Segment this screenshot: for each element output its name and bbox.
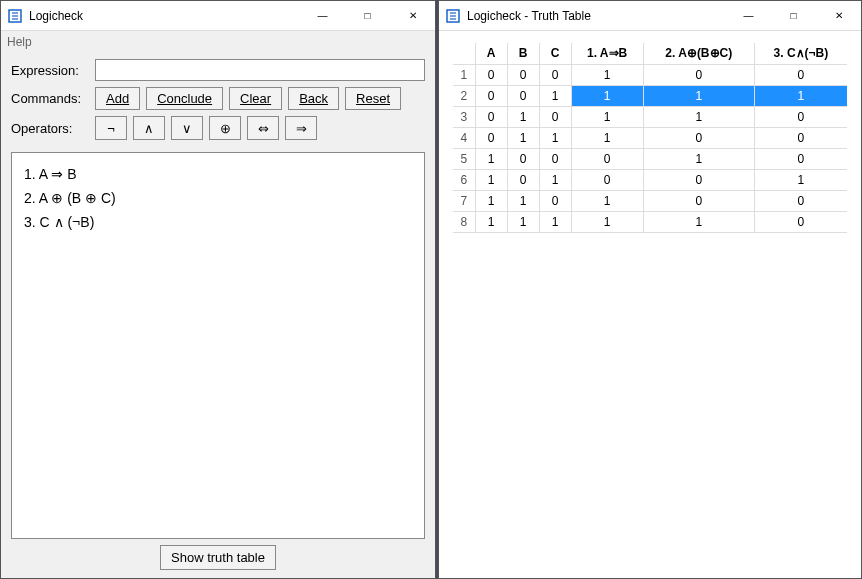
table-cell: 1	[539, 170, 571, 191]
table-cell: 0	[643, 128, 754, 149]
maximize-button[interactable]: □	[345, 1, 390, 30]
table-row[interactable]: 1000100	[453, 65, 847, 86]
minimize-button[interactable]: —	[726, 1, 771, 30]
expression-item: 2. A ⊕ (B ⊕ C)	[24, 187, 412, 211]
table-cell: 1	[507, 128, 539, 149]
table-cell: 0	[475, 128, 507, 149]
table-cell: 0	[571, 149, 643, 170]
table-header: B	[507, 43, 539, 65]
content-area: Expression: Commands: AddConcludeClearBa…	[1, 53, 435, 578]
table-cell: 1	[643, 212, 754, 233]
close-button[interactable]: ✕	[816, 1, 861, 30]
table-cell: 1	[475, 170, 507, 191]
clear-button[interactable]: Clear	[229, 87, 282, 110]
table-header: A	[475, 43, 507, 65]
row-number: 6	[453, 170, 475, 191]
table-row[interactable]: 4011100	[453, 128, 847, 149]
row-number: 4	[453, 128, 475, 149]
table-cell: 1	[643, 107, 754, 128]
table-cell: 1	[507, 212, 539, 233]
table-row[interactable]: 7110100	[453, 191, 847, 212]
table-cell: 0	[539, 65, 571, 86]
minimize-button[interactable]: —	[300, 1, 345, 30]
operator-implies-button[interactable]: ⇒	[285, 116, 317, 140]
table-cell: 1	[475, 191, 507, 212]
command-buttons: AddConcludeClearBackReset	[95, 87, 401, 110]
window-title: Logicheck	[29, 9, 300, 23]
operator-buttons: ¬∧∨⊕⇔⇒	[95, 116, 317, 140]
table-cell: 1	[475, 212, 507, 233]
table-cell: 1	[571, 86, 643, 107]
table-cell: 1	[571, 128, 643, 149]
commands-label: Commands:	[11, 91, 89, 106]
table-row[interactable]: 3010110	[453, 107, 847, 128]
truth-table-window: Logicheck - Truth Table — □ ✕ ABC1. A⇒B2…	[438, 0, 862, 579]
table-header: 2. A⊕(B⊕C)	[643, 43, 754, 65]
table-row[interactable]: 8111110	[453, 212, 847, 233]
table-cell: 1	[754, 170, 847, 191]
add-button[interactable]: Add	[95, 87, 140, 110]
back-button[interactable]: Back	[288, 87, 339, 110]
operator-not-button[interactable]: ¬	[95, 116, 127, 140]
table-cell: 0	[754, 128, 847, 149]
window-controls: — □ ✕	[726, 1, 861, 30]
operator-and-button[interactable]: ∧	[133, 116, 165, 140]
table-cell: 0	[507, 65, 539, 86]
table-cell: 1	[539, 212, 571, 233]
window-title: Logicheck - Truth Table	[467, 9, 726, 23]
table-cell: 1	[475, 149, 507, 170]
table-row[interactable]: 5100010	[453, 149, 847, 170]
close-button[interactable]: ✕	[390, 1, 435, 30]
operator-or-button[interactable]: ∨	[171, 116, 203, 140]
table-cell: 1	[507, 191, 539, 212]
operator-iff-button[interactable]: ⇔	[247, 116, 279, 140]
table-header	[453, 43, 475, 65]
table-cell: 0	[754, 149, 847, 170]
row-number: 5	[453, 149, 475, 170]
table-cell: 1	[539, 128, 571, 149]
table-header: 1. A⇒B	[571, 43, 643, 65]
operator-xor-button[interactable]: ⊕	[209, 116, 241, 140]
conclude-button[interactable]: Conclude	[146, 87, 223, 110]
table-cell: 0	[507, 86, 539, 107]
table-cell: 0	[643, 191, 754, 212]
bottom-row: Show truth table	[11, 539, 425, 570]
operators-label: Operators:	[11, 121, 89, 136]
table-cell: 1	[643, 149, 754, 170]
row-number: 1	[453, 65, 475, 86]
table-cell: 0	[475, 65, 507, 86]
table-cell: 1	[571, 65, 643, 86]
table-cell: 0	[507, 149, 539, 170]
app-icon	[445, 8, 461, 24]
titlebar: Logicheck — □ ✕	[1, 1, 435, 31]
table-cell: 0	[754, 191, 847, 212]
expression-input[interactable]	[95, 59, 425, 81]
table-cell: 0	[475, 86, 507, 107]
table-cell: 0	[571, 170, 643, 191]
table-cell: 0	[754, 212, 847, 233]
table-cell: 1	[754, 86, 847, 107]
show-truth-table-button[interactable]: Show truth table	[160, 545, 276, 570]
truth-table: ABC1. A⇒B2. A⊕(B⊕C)3. C∧(¬B)100010020011…	[453, 43, 847, 233]
table-cell: 0	[507, 170, 539, 191]
table-cell: 0	[754, 65, 847, 86]
table-cell: 1	[643, 86, 754, 107]
window-controls: — □ ✕	[300, 1, 435, 30]
table-cell: 1	[539, 86, 571, 107]
menubar: Help	[1, 31, 435, 53]
main-window: Logicheck — □ ✕ Help Expression: Command…	[0, 0, 436, 579]
row-number: 8	[453, 212, 475, 233]
expression-label: Expression:	[11, 63, 89, 78]
menu-help[interactable]: Help	[7, 35, 32, 49]
table-cell: 0	[643, 170, 754, 191]
maximize-button[interactable]: □	[771, 1, 816, 30]
operators-row: Operators: ¬∧∨⊕⇔⇒	[11, 116, 425, 140]
table-row[interactable]: 2001111	[453, 86, 847, 107]
table-cell: 1	[571, 212, 643, 233]
table-cell: 0	[754, 107, 847, 128]
row-number: 2	[453, 86, 475, 107]
table-row[interactable]: 6101001	[453, 170, 847, 191]
table-cell: 1	[507, 107, 539, 128]
reset-button[interactable]: Reset	[345, 87, 401, 110]
commands-row: Commands: AddConcludeClearBackReset	[11, 87, 425, 110]
